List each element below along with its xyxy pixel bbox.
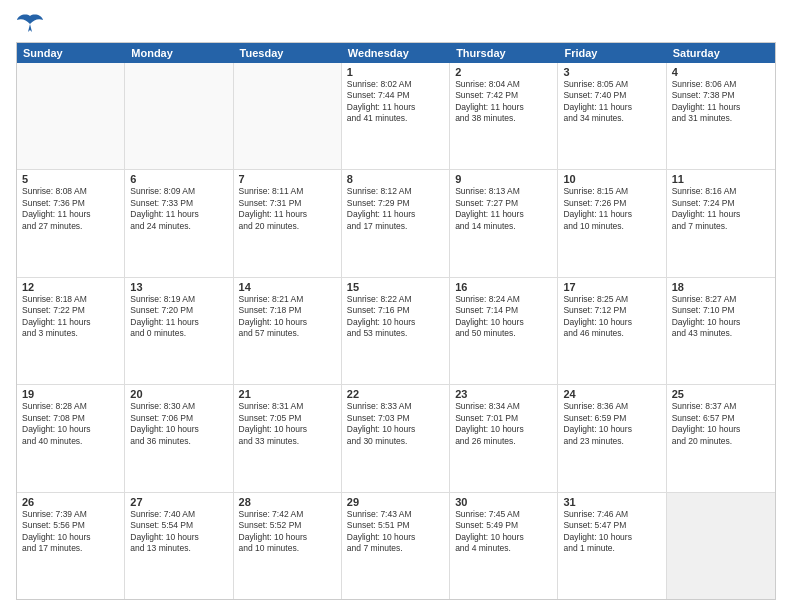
logo [16, 12, 48, 34]
calendar-cell: 14Sunrise: 8:21 AMSunset: 7:18 PMDayligh… [234, 278, 342, 384]
day-number: 21 [239, 388, 336, 400]
cell-info: Sunrise: 8:33 AMSunset: 7:03 PMDaylight:… [347, 401, 444, 447]
day-number: 18 [672, 281, 770, 293]
cell-info: Sunrise: 7:39 AMSunset: 5:56 PMDaylight:… [22, 509, 119, 555]
calendar-cell: 19Sunrise: 8:28 AMSunset: 7:08 PMDayligh… [17, 385, 125, 491]
cell-info: Sunrise: 7:43 AMSunset: 5:51 PMDaylight:… [347, 509, 444, 555]
calendar-cell: 10Sunrise: 8:15 AMSunset: 7:26 PMDayligh… [558, 170, 666, 276]
calendar-row: 1Sunrise: 8:02 AMSunset: 7:44 PMDaylight… [17, 63, 775, 170]
header-cell-monday: Monday [125, 43, 233, 63]
calendar-row: 19Sunrise: 8:28 AMSunset: 7:08 PMDayligh… [17, 385, 775, 492]
calendar-cell: 23Sunrise: 8:34 AMSunset: 7:01 PMDayligh… [450, 385, 558, 491]
calendar-cell: 22Sunrise: 8:33 AMSunset: 7:03 PMDayligh… [342, 385, 450, 491]
cell-info: Sunrise: 8:13 AMSunset: 7:27 PMDaylight:… [455, 186, 552, 232]
header-cell-tuesday: Tuesday [234, 43, 342, 63]
day-number: 13 [130, 281, 227, 293]
day-number: 19 [22, 388, 119, 400]
day-number: 26 [22, 496, 119, 508]
calendar-cell: 4Sunrise: 8:06 AMSunset: 7:38 PMDaylight… [667, 63, 775, 169]
cell-info: Sunrise: 8:18 AMSunset: 7:22 PMDaylight:… [22, 294, 119, 340]
calendar-cell: 7Sunrise: 8:11 AMSunset: 7:31 PMDaylight… [234, 170, 342, 276]
calendar-cell [234, 63, 342, 169]
cell-info: Sunrise: 8:06 AMSunset: 7:38 PMDaylight:… [672, 79, 770, 125]
cell-info: Sunrise: 8:30 AMSunset: 7:06 PMDaylight:… [130, 401, 227, 447]
calendar-cell: 25Sunrise: 8:37 AMSunset: 6:57 PMDayligh… [667, 385, 775, 491]
calendar-cell [125, 63, 233, 169]
calendar: SundayMondayTuesdayWednesdayThursdayFrid… [16, 42, 776, 600]
calendar-cell: 8Sunrise: 8:12 AMSunset: 7:29 PMDaylight… [342, 170, 450, 276]
cell-info: Sunrise: 8:37 AMSunset: 6:57 PMDaylight:… [672, 401, 770, 447]
cell-info: Sunrise: 8:27 AMSunset: 7:10 PMDaylight:… [672, 294, 770, 340]
day-number: 17 [563, 281, 660, 293]
cell-info: Sunrise: 8:04 AMSunset: 7:42 PMDaylight:… [455, 79, 552, 125]
calendar-cell: 26Sunrise: 7:39 AMSunset: 5:56 PMDayligh… [17, 493, 125, 599]
calendar-cell: 15Sunrise: 8:22 AMSunset: 7:16 PMDayligh… [342, 278, 450, 384]
day-number: 4 [672, 66, 770, 78]
cell-info: Sunrise: 7:40 AMSunset: 5:54 PMDaylight:… [130, 509, 227, 555]
day-number: 31 [563, 496, 660, 508]
cell-info: Sunrise: 8:15 AMSunset: 7:26 PMDaylight:… [563, 186, 660, 232]
page-header [16, 12, 776, 34]
cell-info: Sunrise: 8:09 AMSunset: 7:33 PMDaylight:… [130, 186, 227, 232]
day-number: 23 [455, 388, 552, 400]
cell-info: Sunrise: 8:21 AMSunset: 7:18 PMDaylight:… [239, 294, 336, 340]
cell-info: Sunrise: 8:12 AMSunset: 7:29 PMDaylight:… [347, 186, 444, 232]
calendar-cell: 29Sunrise: 7:43 AMSunset: 5:51 PMDayligh… [342, 493, 450, 599]
calendar-cell: 3Sunrise: 8:05 AMSunset: 7:40 PMDaylight… [558, 63, 666, 169]
calendar-cell: 30Sunrise: 7:45 AMSunset: 5:49 PMDayligh… [450, 493, 558, 599]
header-cell-thursday: Thursday [450, 43, 558, 63]
day-number: 25 [672, 388, 770, 400]
calendar-cell: 24Sunrise: 8:36 AMSunset: 6:59 PMDayligh… [558, 385, 666, 491]
cell-info: Sunrise: 8:24 AMSunset: 7:14 PMDaylight:… [455, 294, 552, 340]
calendar-row: 26Sunrise: 7:39 AMSunset: 5:56 PMDayligh… [17, 493, 775, 599]
calendar-cell: 20Sunrise: 8:30 AMSunset: 7:06 PMDayligh… [125, 385, 233, 491]
calendar-cell: 2Sunrise: 8:04 AMSunset: 7:42 PMDaylight… [450, 63, 558, 169]
header-cell-friday: Friday [558, 43, 666, 63]
calendar-cell: 27Sunrise: 7:40 AMSunset: 5:54 PMDayligh… [125, 493, 233, 599]
calendar-cell: 9Sunrise: 8:13 AMSunset: 7:27 PMDaylight… [450, 170, 558, 276]
day-number: 1 [347, 66, 444, 78]
calendar-cell: 13Sunrise: 8:19 AMSunset: 7:20 PMDayligh… [125, 278, 233, 384]
cell-info: Sunrise: 8:16 AMSunset: 7:24 PMDaylight:… [672, 186, 770, 232]
day-number: 22 [347, 388, 444, 400]
day-number: 7 [239, 173, 336, 185]
day-number: 9 [455, 173, 552, 185]
day-number: 12 [22, 281, 119, 293]
day-number: 28 [239, 496, 336, 508]
cell-info: Sunrise: 8:28 AMSunset: 7:08 PMDaylight:… [22, 401, 119, 447]
cell-info: Sunrise: 8:36 AMSunset: 6:59 PMDaylight:… [563, 401, 660, 447]
header-cell-wednesday: Wednesday [342, 43, 450, 63]
day-number: 10 [563, 173, 660, 185]
day-number: 20 [130, 388, 227, 400]
calendar-cell: 11Sunrise: 8:16 AMSunset: 7:24 PMDayligh… [667, 170, 775, 276]
header-cell-sunday: Sunday [17, 43, 125, 63]
calendar-cell: 16Sunrise: 8:24 AMSunset: 7:14 PMDayligh… [450, 278, 558, 384]
cell-info: Sunrise: 8:05 AMSunset: 7:40 PMDaylight:… [563, 79, 660, 125]
calendar-cell: 18Sunrise: 8:27 AMSunset: 7:10 PMDayligh… [667, 278, 775, 384]
calendar-header: SundayMondayTuesdayWednesdayThursdayFrid… [17, 43, 775, 63]
cell-info: Sunrise: 8:11 AMSunset: 7:31 PMDaylight:… [239, 186, 336, 232]
cell-info: Sunrise: 8:19 AMSunset: 7:20 PMDaylight:… [130, 294, 227, 340]
cell-info: Sunrise: 8:31 AMSunset: 7:05 PMDaylight:… [239, 401, 336, 447]
day-number: 14 [239, 281, 336, 293]
day-number: 8 [347, 173, 444, 185]
day-number: 30 [455, 496, 552, 508]
day-number: 2 [455, 66, 552, 78]
day-number: 29 [347, 496, 444, 508]
cell-info: Sunrise: 8:25 AMSunset: 7:12 PMDaylight:… [563, 294, 660, 340]
day-number: 15 [347, 281, 444, 293]
calendar-cell: 28Sunrise: 7:42 AMSunset: 5:52 PMDayligh… [234, 493, 342, 599]
cell-info: Sunrise: 7:42 AMSunset: 5:52 PMDaylight:… [239, 509, 336, 555]
calendar-cell: 17Sunrise: 8:25 AMSunset: 7:12 PMDayligh… [558, 278, 666, 384]
day-number: 16 [455, 281, 552, 293]
calendar-row: 12Sunrise: 8:18 AMSunset: 7:22 PMDayligh… [17, 278, 775, 385]
calendar-cell: 5Sunrise: 8:08 AMSunset: 7:36 PMDaylight… [17, 170, 125, 276]
calendar-cell [667, 493, 775, 599]
header-cell-saturday: Saturday [667, 43, 775, 63]
calendar-cell: 12Sunrise: 8:18 AMSunset: 7:22 PMDayligh… [17, 278, 125, 384]
day-number: 3 [563, 66, 660, 78]
day-number: 11 [672, 173, 770, 185]
logo-bird-icon [16, 12, 44, 34]
calendar-body: 1Sunrise: 8:02 AMSunset: 7:44 PMDaylight… [17, 63, 775, 599]
day-number: 27 [130, 496, 227, 508]
